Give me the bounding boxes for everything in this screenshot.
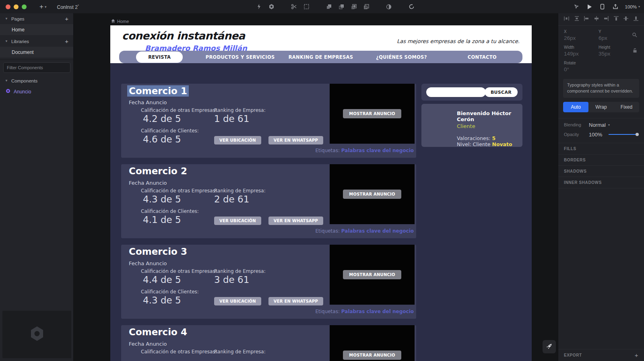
x-field[interactable]: X 26px	[564, 29, 599, 41]
libraries-section-header[interactable]: ▼ Libraries +	[0, 36, 73, 47]
mostrar-anuncio-button[interactable]: MOSTRAR ANUNCIO	[343, 270, 401, 279]
zoom-control[interactable]: 100% ▾	[625, 4, 640, 9]
etiquetas-link[interactable]: Palabras clave del negocio	[341, 228, 414, 234]
rocket-icon	[546, 343, 553, 351]
sizing-option[interactable]: Fixed	[614, 102, 639, 112]
buscar-button[interactable]: BUSCAR	[485, 87, 518, 97]
mostrar-anuncio-button[interactable]: MOSTRAR ANUNCIO	[343, 190, 401, 199]
ver-whatsapp-button[interactable]: VER EN WHATSAPP	[268, 217, 323, 225]
collapse-caret-icon[interactable]: ▼	[5, 17, 8, 21]
bring-forward-icon[interactable]	[338, 4, 345, 10]
add-export-button[interactable]: +	[635, 352, 638, 359]
ver-whatsapp-button[interactable]: VER EN WHATSAPP	[268, 136, 323, 144]
business-card[interactable]: Comercio 1 Fecha Anuncio Calificación de…	[121, 84, 416, 158]
etiquetas-link[interactable]: Palabras clave del negocio	[341, 309, 414, 314]
align-left-icon[interactable]	[584, 16, 589, 23]
add-library-button[interactable]: +	[65, 38, 68, 45]
collapse-caret-icon[interactable]: ▼	[5, 79, 8, 83]
ranking-label: Ranking de Empresa:	[214, 188, 266, 194]
rotate-field[interactable]: Rotate 0°	[564, 61, 599, 72]
launch-rocket-button[interactable]	[543, 340, 556, 353]
add-page-button[interactable]: +	[65, 15, 68, 22]
absolute-position-icon[interactable]	[632, 32, 637, 39]
nav-item[interactable]: ¿QUIÉNES SOMOS?	[361, 51, 442, 63]
minimize-window-button[interactable]	[14, 4, 19, 9]
nav-item[interactable]: REVISTA	[119, 51, 200, 63]
mobile-preview-icon[interactable]	[599, 4, 606, 10]
library-item[interactable]: Document	[0, 47, 73, 58]
inspector-section-header[interactable]: INNER SHADOWS	[558, 177, 644, 188]
new-tab-button[interactable]: +	[39, 3, 43, 11]
frame-label[interactable]: Home	[111, 19, 129, 24]
sizing-option[interactable]: Auto	[563, 102, 588, 112]
design-canvas[interactable]: Home conexión instantánea Bramadero Ramo…	[74, 13, 558, 361]
align-center-horizontal-icon[interactable]	[594, 16, 599, 23]
marquee-select-icon[interactable]	[303, 4, 310, 10]
business-title[interactable]: Comercio 1	[127, 85, 189, 97]
rating-others-label: Calificación de otras Empresas:	[141, 268, 217, 274]
business-card[interactable]: Comercio 2 Fecha Anuncio Calificación de…	[121, 164, 416, 238]
etiquetas-link[interactable]: Palabras clave del negocio	[341, 148, 414, 153]
components-section-header[interactable]: ▼ Components	[0, 75, 73, 86]
send-back-icon[interactable]	[363, 4, 369, 10]
export-section-header[interactable]: EXPORT +	[558, 349, 644, 361]
business-card[interactable]: Comercio 4 Fecha Anuncio Calificación de…	[121, 325, 416, 361]
close-window-button[interactable]	[6, 4, 10, 9]
collapse-caret-icon[interactable]: ▼	[5, 39, 8, 43]
align-bottom-icon[interactable]	[633, 16, 639, 23]
business-title[interactable]: Comercio 4	[129, 327, 187, 337]
left-sidebar: ▼ Pages + Home ▼ Libraries + Document ▼ …	[0, 13, 74, 361]
opacity-value[interactable]: 100%	[589, 132, 602, 138]
opacity-slider-knob[interactable]	[636, 133, 639, 136]
nav-item[interactable]: PRODUCTOS Y SERVICIOS	[200, 51, 280, 63]
welcome-title: Bienvenido Héctor Cerón	[457, 110, 522, 122]
ver-whatsapp-button[interactable]: VER EN WHATSAPP	[268, 297, 323, 305]
filter-components-input[interactable]	[3, 62, 70, 73]
site-search-input[interactable]	[426, 87, 486, 97]
nav-item[interactable]: RANKING DE EMPRESAS	[281, 51, 361, 63]
welcome-card: Bienvenido Héctor Cerón Cliente Valoraci…	[421, 104, 522, 147]
align-center-vertical-icon[interactable]	[623, 16, 629, 23]
business-card[interactable]: Comercio 3 Fecha Anuncio Calificación de…	[121, 245, 416, 319]
rating-clients-label: Calificación de Clientes:	[141, 289, 199, 295]
pages-section-header[interactable]: ▼ Pages +	[0, 13, 73, 24]
distribute-horizontal-icon[interactable]	[564, 16, 570, 23]
site-header: conexión instantánea Bramadero Ramos Mil…	[110, 25, 532, 63]
width-field[interactable]: Width 149px	[564, 45, 599, 57]
send-backward-icon[interactable]	[351, 4, 357, 10]
opacity-slider[interactable]	[609, 134, 638, 135]
new-tab-caret-icon[interactable]: ▾	[45, 5, 47, 9]
blending-select[interactable]: Normal	[589, 122, 606, 128]
bring-front-icon[interactable]	[326, 4, 332, 10]
business-title[interactable]: Comercio 2	[129, 166, 187, 176]
y-field[interactable]: Y 6px	[599, 29, 630, 41]
height-field[interactable]: Height 35px	[599, 45, 630, 57]
component-item[interactable]: Anuncio	[0, 86, 73, 97]
inspector-section-header[interactable]: SHADOWS	[558, 165, 644, 177]
align-top-icon[interactable]	[613, 16, 619, 23]
inspector-section-header[interactable]: FILLS	[558, 143, 644, 154]
ver-ubicacion-button[interactable]: VER UBICACIÓN	[214, 297, 261, 305]
comments-cursor-icon[interactable]	[574, 4, 580, 10]
share-export-icon[interactable]	[612, 4, 619, 10]
play-prototype-icon[interactable]	[586, 4, 593, 10]
inspector-section-header[interactable]: BORDERS	[558, 154, 644, 165]
page-item[interactable]: Home	[0, 24, 73, 35]
ver-ubicacion-button[interactable]: VER UBICACIÓN	[214, 136, 261, 144]
lock-proportions-icon[interactable]	[633, 47, 637, 55]
theme-contrast-icon[interactable]	[386, 4, 392, 10]
distribute-vertical-icon[interactable]	[574, 16, 580, 23]
scissors-icon[interactable]	[291, 4, 297, 10]
home-frame[interactable]: conexión instantánea Bramadero Ramos Mil…	[110, 25, 532, 361]
ver-ubicacion-button[interactable]: VER UBICACIÓN	[214, 217, 261, 225]
history-icon[interactable]	[256, 4, 262, 10]
sizing-option[interactable]: Wrap	[588, 102, 614, 112]
business-title[interactable]: Comercio 3	[129, 246, 187, 257]
mostrar-anuncio-button[interactable]: MOSTRAR ANUNCIO	[343, 351, 401, 360]
mostrar-anuncio-button[interactable]: MOSTRAR ANUNCIO	[343, 109, 401, 118]
align-right-icon[interactable]	[603, 16, 609, 23]
zoom-window-button[interactable]	[22, 4, 27, 9]
nav-item[interactable]: CONTACTO	[442, 51, 522, 63]
settings-nut-icon[interactable]	[268, 4, 275, 10]
refresh-icon[interactable]	[408, 4, 415, 10]
